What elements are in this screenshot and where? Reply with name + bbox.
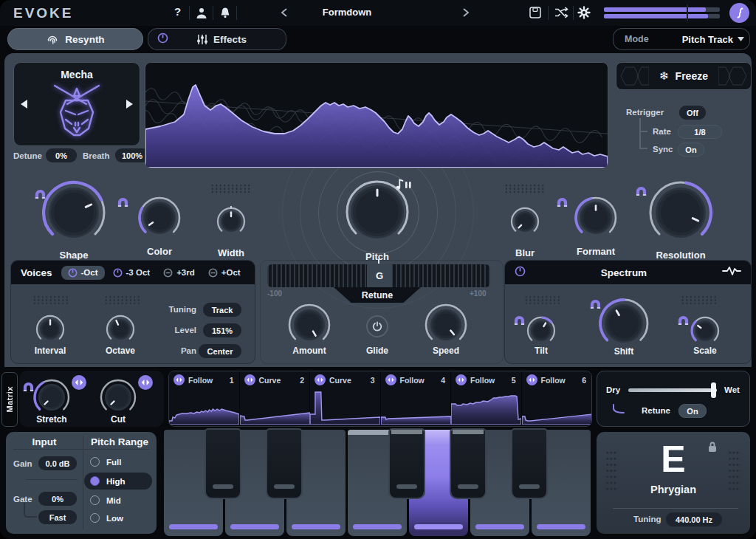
lane-stereo-icon[interactable] <box>526 374 537 385</box>
mod-lane-2[interactable]: Curve 2 <box>240 371 310 426</box>
glide-power-button[interactable] <box>366 315 388 337</box>
gain-value[interactable]: 0.0 dB <box>38 456 77 470</box>
tab-resynth[interactable]: Resynth <box>7 28 143 50</box>
key-top-indicator-gsharp <box>453 430 484 434</box>
sliders-icon <box>196 34 208 45</box>
mix-retune-value[interactable]: On <box>678 404 707 418</box>
lane-stereo-icon[interactable] <box>456 374 467 385</box>
pitch-range-option-full[interactable]: Full <box>90 457 121 467</box>
cut-stereo-button[interactable] <box>138 375 153 393</box>
preset-name[interactable]: Formdown <box>295 7 399 18</box>
resolution-knob[interactable] <box>645 177 716 251</box>
save-icon[interactable] <box>529 6 542 22</box>
pitch-range-option-mid[interactable]: Mid <box>90 495 121 505</box>
randomize-icon[interactable] <box>554 7 568 21</box>
width-knob[interactable] <box>215 205 247 241</box>
mod-lane-4[interactable]: Follow 4 <box>381 371 451 426</box>
pitch-knob[interactable] <box>342 176 413 250</box>
preset-prev-button[interactable] <box>281 7 288 21</box>
spectrum-power-icon[interactable] <box>515 266 526 280</box>
lane-stereo-icon[interactable] <box>244 374 255 385</box>
settings-gear-icon[interactable] <box>577 6 591 22</box>
lane-number: 2 <box>300 376 304 385</box>
mod-slot-dots[interactable] <box>104 295 140 304</box>
lane-stereo-icon[interactable] <box>315 374 326 385</box>
mod-lane-1[interactable]: Follow 1 <box>169 371 239 426</box>
key-scale-name[interactable]: Phrygian <box>597 484 750 495</box>
freeze-button[interactable]: ❄ Freeze <box>616 62 752 90</box>
mod-slot-dots[interactable] <box>210 184 252 193</box>
black-key-grip <box>519 484 540 489</box>
pan-value[interactable]: Center <box>199 344 241 358</box>
voice-off-icon[interactable] <box>208 268 218 278</box>
signature-button[interactable] <box>729 3 749 23</box>
radio-icon[interactable] <box>90 457 100 467</box>
divider <box>189 6 190 20</box>
mod-lane-6[interactable]: Follow 6 <box>522 371 592 426</box>
rate-value[interactable]: 1/8 <box>678 125 722 139</box>
shape-knob[interactable] <box>38 177 109 251</box>
preset-next-arrow[interactable] <box>126 98 133 111</box>
divider <box>26 479 78 480</box>
mod-lane-5[interactable]: Follow 5 <box>451 371 521 426</box>
dry-wet-slider-handle[interactable] <box>711 382 716 398</box>
interval-knob[interactable] <box>34 313 66 349</box>
pitch-range-option-high[interactable]: High <box>90 476 126 486</box>
output-meter[interactable] <box>604 7 720 19</box>
key-scale-panel: E Phrygian Tuning 440.00 Hz <box>597 432 750 534</box>
lane-stereo-icon[interactable] <box>173 374 185 385</box>
level-value[interactable]: 151% <box>203 323 241 337</box>
tuning-hz-value[interactable]: 440.00 Hz <box>666 512 722 526</box>
key-note[interactable]: E <box>597 441 750 478</box>
preset-next-button[interactable] <box>462 7 470 21</box>
mod-slot-dots[interactable] <box>681 295 718 304</box>
radio-icon[interactable] <box>90 495 100 505</box>
account-icon[interactable] <box>195 7 208 22</box>
retune-note-strip[interactable]: G <box>267 264 490 287</box>
tuning-value[interactable]: Track <box>203 303 241 317</box>
voice-tab-plus-3rd[interactable]: +3rd <box>158 266 200 280</box>
tilt-knob[interactable] <box>525 315 557 350</box>
amount-knob[interactable] <box>286 301 333 351</box>
voice-power-icon[interactable] <box>68 268 78 278</box>
preset-display: Mecha <box>13 62 140 146</box>
mod-slot-dots[interactable] <box>524 295 561 304</box>
voice-tab-plus-oct[interactable]: +Oct <box>203 266 246 280</box>
mod-slot-dots[interactable] <box>32 295 68 304</box>
mod-slot-dots[interactable] <box>504 184 546 193</box>
detune-value[interactable]: 0% <box>46 148 77 162</box>
stretch-knob-label: Stretch <box>22 414 81 425</box>
scale-knob[interactable] <box>689 315 721 350</box>
preset-display-name: Mecha <box>14 69 140 80</box>
sync-value[interactable]: On <box>678 143 704 157</box>
effects-power-icon[interactable] <box>157 32 168 47</box>
radio-icon[interactable] <box>90 513 100 523</box>
voice-tab-minus-oct[interactable]: -Oct <box>61 266 105 280</box>
speed-knob[interactable] <box>422 301 470 351</box>
dry-wet-slider-track[interactable] <box>628 388 717 392</box>
radio-icon-selected[interactable] <box>90 476 100 486</box>
mod-lane-3[interactable]: Curve 3 <box>310 371 380 426</box>
octave-knob[interactable] <box>104 313 137 349</box>
detune-label: Detune <box>13 151 42 160</box>
retrigger-value[interactable]: Off <box>679 106 706 120</box>
gate-value[interactable]: 0% <box>38 492 77 506</box>
lane-stereo-icon[interactable] <box>385 374 396 385</box>
voice-tab-minus-3oct[interactable]: -3 Oct <box>108 266 156 280</box>
preset-prev-arrow[interactable] <box>21 98 27 111</box>
notifications-icon[interactable] <box>219 7 232 22</box>
mode-selector[interactable]: Mode Pitch Track <box>613 28 750 50</box>
blur-knob[interactable] <box>509 205 541 241</box>
voice-power-icon[interactable] <box>113 268 123 278</box>
wet-label: Wet <box>724 385 740 394</box>
matrix-tab[interactable]: Matrix <box>1 372 18 427</box>
formant-knob[interactable] <box>572 194 619 244</box>
tab-effects[interactable]: Effects <box>148 28 286 50</box>
voice-off-icon[interactable] <box>163 268 173 278</box>
help-icon[interactable]: ? <box>174 5 181 18</box>
stretch-stereo-button[interactable] <box>72 375 86 393</box>
gate-speed-value[interactable]: Fast <box>38 510 77 524</box>
shift-knob[interactable] <box>596 295 652 354</box>
color-knob[interactable] <box>136 194 183 244</box>
pitch-range-option-low[interactable]: Low <box>90 513 123 523</box>
